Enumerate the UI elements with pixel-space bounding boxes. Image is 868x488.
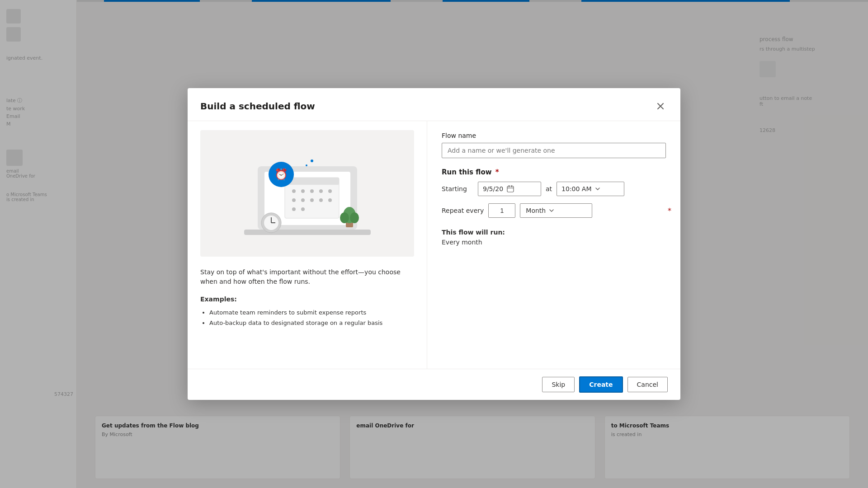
modal-backdrop: Build a scheduled flow bbox=[0, 0, 868, 488]
svg-point-13 bbox=[319, 198, 323, 202]
chevron-down-icon bbox=[595, 188, 600, 190]
svg-point-12 bbox=[310, 198, 314, 202]
repeat-label: Repeat every bbox=[442, 207, 484, 214]
flow-name-label: Flow name bbox=[442, 132, 666, 139]
modal-header: Build a scheduled flow bbox=[188, 88, 680, 121]
svg-point-23 bbox=[340, 212, 349, 223]
date-picker[interactable]: 9/5/20 bbox=[478, 182, 541, 196]
svg-point-16 bbox=[301, 207, 305, 211]
svg-point-6 bbox=[301, 189, 305, 193]
left-description: Stay on top of what's important without … bbox=[200, 267, 414, 286]
calendar-icon bbox=[507, 185, 514, 192]
create-button[interactable]: Create bbox=[579, 376, 623, 393]
close-button[interactable] bbox=[653, 99, 668, 113]
svg-point-24 bbox=[350, 212, 359, 223]
svg-point-28 bbox=[311, 160, 313, 162]
cancel-button[interactable]: Cancel bbox=[627, 377, 668, 392]
svg-rect-2 bbox=[244, 230, 371, 235]
svg-point-7 bbox=[310, 189, 314, 193]
svg-point-14 bbox=[328, 198, 332, 202]
time-value: 10:00 AM bbox=[561, 185, 591, 192]
svg-point-8 bbox=[319, 189, 323, 193]
examples-list: Automate team reminders to submit expens… bbox=[200, 307, 414, 328]
close-icon bbox=[657, 103, 664, 109]
at-label: at bbox=[546, 185, 552, 192]
repeat-number-input[interactable] bbox=[488, 203, 515, 218]
required-asterisk: * bbox=[668, 206, 671, 215]
run-flow-section-title: Run this flow * bbox=[442, 168, 666, 176]
scheduled-flow-modal: Build a scheduled flow bbox=[188, 88, 680, 400]
repeat-unit-dropdown[interactable]: Month bbox=[520, 203, 592, 218]
svg-rect-32 bbox=[511, 185, 512, 187]
flow-will-run-label: This flow will run: bbox=[442, 229, 666, 236]
flow-name-input[interactable] bbox=[442, 143, 666, 158]
right-panel: Flow name Run this flow * Starting 9/5/2… bbox=[427, 121, 680, 369]
example-item-1: Automate team reminders to submit expens… bbox=[209, 307, 414, 318]
starting-label: Starting bbox=[442, 185, 473, 192]
time-picker[interactable]: 10:00 AM bbox=[557, 182, 624, 196]
svg-text:⏰: ⏰ bbox=[274, 168, 288, 181]
svg-point-15 bbox=[292, 207, 296, 211]
svg-rect-29 bbox=[507, 186, 514, 192]
svg-point-9 bbox=[328, 189, 332, 193]
svg-point-11 bbox=[301, 198, 305, 202]
svg-rect-31 bbox=[509, 185, 509, 187]
flow-schedule: Every month bbox=[442, 239, 666, 246]
repeat-row: Repeat every Month * bbox=[442, 203, 666, 218]
illustration: ⏰ bbox=[200, 130, 414, 257]
modal-body: ⏰ Stay on top of what's important withou… bbox=[188, 121, 680, 369]
svg-point-10 bbox=[292, 198, 296, 202]
svg-point-5 bbox=[292, 189, 296, 193]
example-item-2: Auto-backup data to designated storage o… bbox=[209, 318, 414, 328]
svg-point-27 bbox=[306, 164, 307, 166]
repeat-unit-value: Month bbox=[526, 207, 546, 214]
modal-title: Build a scheduled flow bbox=[200, 101, 315, 112]
skip-button[interactable]: Skip bbox=[542, 377, 575, 392]
chevron-down-icon bbox=[549, 209, 554, 212]
examples-title: Examples: bbox=[200, 296, 414, 303]
modal-footer: Skip Create Cancel bbox=[188, 369, 680, 400]
left-panel: ⏰ Stay on top of what's important withou… bbox=[188, 121, 427, 369]
starting-row: Starting 9/5/20 at 10:00 AM bbox=[442, 182, 666, 196]
date-value: 9/5/20 bbox=[483, 185, 503, 192]
